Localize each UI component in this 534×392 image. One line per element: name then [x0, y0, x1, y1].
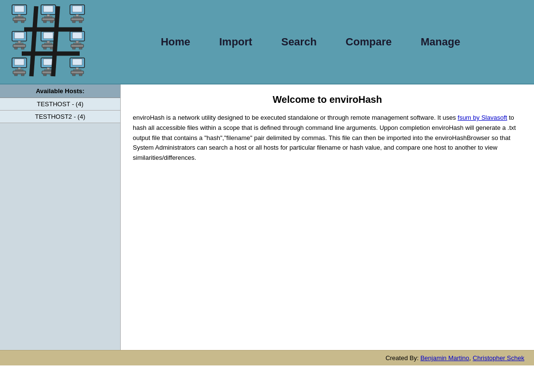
svg-line-64 [53, 6, 58, 76]
welcome-title: Welcome to enviroHash [133, 94, 522, 105]
svg-rect-3 [15, 16, 23, 17]
svg-rect-10 [44, 16, 52, 17]
nav-compare[interactable]: Compare [346, 36, 392, 48]
nav-area: Home Import Search Compare Manage [97, 36, 524, 48]
logo-area [10, 1, 97, 83]
svg-rect-32 [42, 44, 55, 47]
svg-rect-41 [79, 47, 82, 49]
fsum-link[interactable]: fsum by Slavasoft [458, 114, 507, 121]
svg-rect-1 [14, 6, 24, 12]
svg-rect-50 [43, 59, 53, 65]
svg-rect-60 [71, 71, 84, 74]
svg-rect-29 [43, 32, 53, 39]
svg-rect-52 [44, 70, 52, 70]
svg-rect-26 [14, 47, 17, 49]
svg-rect-6 [21, 21, 24, 23]
svg-rect-18 [71, 18, 84, 21]
svg-rect-61 [72, 74, 75, 76]
svg-rect-48 [21, 74, 24, 76]
svg-rect-47 [14, 74, 17, 76]
nav-import[interactable]: Import [219, 36, 252, 48]
sidebar-item-testhost[interactable]: TESTHOST - (4) [0, 98, 120, 111]
author2-link[interactable]: Christopher Schek [473, 354, 524, 362]
sidebar: Available Hosts: TESTHOST - (4) TESTHOST… [0, 84, 121, 350]
svg-rect-38 [73, 43, 81, 44]
nav-manage[interactable]: Manage [421, 36, 460, 48]
svg-rect-17 [73, 16, 81, 17]
svg-rect-44 [18, 68, 21, 70]
sidebar-title: Available Hosts: [0, 84, 120, 98]
svg-rect-16 [76, 14, 79, 16]
svg-rect-27 [21, 47, 24, 49]
svg-rect-4 [13, 18, 26, 21]
svg-rect-9 [47, 14, 50, 16]
svg-rect-45 [15, 70, 23, 70]
app-logo [10, 1, 92, 81]
main-wrapper: Available Hosts: TESTHOST - (4) TESTHOST… [0, 84, 534, 350]
svg-rect-40 [72, 47, 75, 49]
svg-rect-15 [72, 6, 82, 12]
footer-created-by: Created By: [385, 354, 420, 362]
svg-rect-36 [72, 32, 82, 39]
svg-rect-5 [14, 21, 17, 23]
welcome-text: enviroHash is a network utility designed… [133, 113, 522, 163]
nav-search[interactable]: Search [281, 36, 316, 48]
content-area: Welcome to enviroHash enviroHash is a ne… [121, 84, 534, 350]
sidebar-item-testhost2[interactable]: TESTHOST2 - (4) [0, 111, 120, 123]
svg-rect-24 [15, 43, 23, 44]
author1-link[interactable]: Benjamin Martino [421, 354, 469, 362]
svg-rect-30 [47, 41, 50, 43]
svg-rect-51 [47, 68, 50, 70]
svg-line-63 [31, 6, 36, 76]
svg-rect-13 [50, 21, 53, 23]
svg-rect-2 [18, 14, 21, 16]
svg-rect-58 [76, 68, 79, 70]
svg-rect-22 [14, 32, 24, 39]
svg-rect-34 [50, 47, 53, 49]
svg-rect-57 [72, 59, 82, 65]
header: Home Import Search Compare Manage [0, 0, 534, 84]
footer: Created By: Benjamin Martino, Christophe… [0, 350, 534, 365]
svg-rect-8 [43, 6, 53, 12]
svg-rect-25 [13, 44, 26, 47]
svg-rect-46 [13, 71, 26, 74]
svg-rect-37 [76, 41, 79, 43]
svg-rect-59 [73, 70, 81, 70]
svg-rect-62 [79, 74, 82, 76]
svg-rect-31 [44, 43, 52, 44]
svg-rect-19 [72, 21, 75, 23]
footer-separator: , [469, 354, 473, 362]
svg-rect-54 [43, 74, 46, 76]
svg-rect-20 [79, 21, 82, 23]
svg-rect-33 [43, 47, 46, 49]
svg-rect-23 [18, 41, 21, 43]
svg-rect-43 [14, 59, 24, 65]
nav-home[interactable]: Home [161, 36, 190, 48]
svg-rect-39 [71, 44, 84, 47]
svg-rect-12 [43, 21, 46, 23]
svg-rect-11 [42, 18, 55, 21]
welcome-para1: enviroHash is a network utility designed… [133, 114, 458, 121]
